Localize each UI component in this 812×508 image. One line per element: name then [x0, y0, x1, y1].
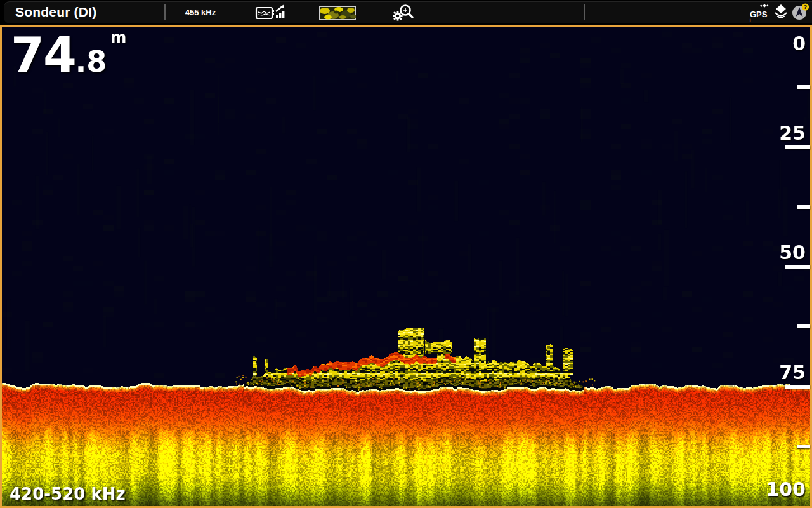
sonar-image[interactable]	[2, 27, 810, 506]
depth-readout: 74.8m	[11, 29, 126, 79]
view-title: Sondeur (DI)	[15, 4, 96, 20]
settings-search-icon[interactable]	[391, 3, 414, 25]
frequency-range-label: 420-520 kHz	[10, 485, 126, 504]
screen-signal-icon[interactable]	[255, 3, 285, 25]
alert-badge: ?	[804, 3, 808, 10]
compass-alert-icon[interactable]: ?	[792, 3, 809, 23]
gps-plus-mark: +	[749, 17, 752, 23]
divider	[164, 4, 166, 20]
sonar-view-panel: 74.8m 0255075100 420-520 kHz	[0, 25, 812, 508]
depth-value-whole: 74	[11, 27, 75, 83]
status-bar: Sondeur (DI) 455 kHz	[0, 0, 812, 25]
depth-unit: m	[110, 29, 126, 46]
sonar-preview-thumbnail[interactable]	[319, 6, 356, 22]
gps-label: GPS	[750, 10, 767, 19]
divider	[584, 4, 585, 20]
depth-value-decimal: .8	[75, 44, 107, 79]
gps-status-icon: GPS +	[749, 2, 770, 23]
transducer-icon	[773, 4, 789, 23]
frequency-badge: 455 kHz	[180, 8, 221, 17]
